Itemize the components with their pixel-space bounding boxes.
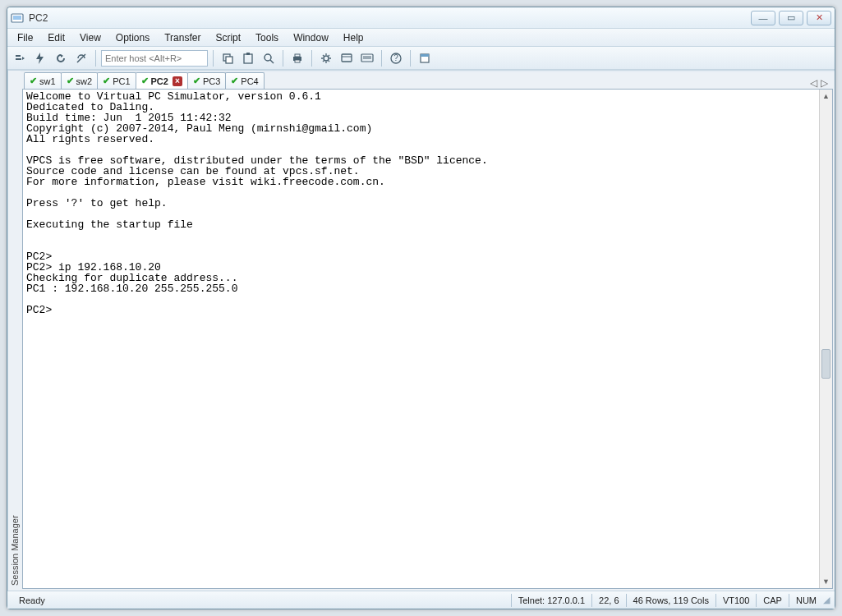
- tab-sw2[interactable]: ✔sw2: [61, 72, 99, 89]
- menu-transfer[interactable]: Transfer: [158, 30, 207, 45]
- tab-scroll-left[interactable]: ◁: [810, 77, 817, 89]
- svg-rect-4: [244, 54, 252, 63]
- app-icon: [11, 11, 24, 25]
- reconnect-icon[interactable]: [52, 49, 70, 67]
- svg-rect-10: [295, 60, 300, 62]
- check-icon: ✔: [141, 76, 149, 86]
- svg-point-6: [265, 54, 271, 61]
- tab-pc4[interactable]: ✔PC4: [225, 72, 264, 89]
- svg-rect-5: [246, 53, 250, 55]
- script-icon[interactable]: [416, 49, 434, 67]
- menu-window[interactable]: Window: [287, 30, 335, 45]
- tab-scroll-right[interactable]: ▷: [821, 77, 828, 89]
- quick-connect-icon[interactable]: [11, 49, 29, 67]
- status-ready: Ready: [12, 595, 52, 605]
- svg-text:?: ?: [393, 53, 398, 62]
- svg-point-11: [324, 56, 329, 61]
- menu-script[interactable]: Script: [209, 30, 247, 45]
- svg-rect-9: [295, 54, 300, 57]
- tab-pc1[interactable]: ✔PC1: [97, 72, 136, 89]
- scroll-thumb[interactable]: [821, 349, 830, 379]
- keyboard-icon[interactable]: [358, 49, 376, 67]
- tab-pc2[interactable]: ✔PC2×: [136, 72, 188, 89]
- close-tab-icon[interactable]: ×: [173, 76, 182, 86]
- settings-icon[interactable]: [317, 49, 335, 67]
- check-icon: ✔: [30, 76, 37, 86]
- svg-rect-3: [226, 57, 232, 63]
- separator: [283, 50, 283, 67]
- session-manager-sidebar[interactable]: Session Manager: [7, 71, 21, 591]
- sessions-icon[interactable]: [338, 49, 356, 67]
- svg-rect-20: [421, 54, 429, 57]
- menu-options[interactable]: Options: [109, 30, 156, 45]
- status-size: 46 Rows, 119 Cols: [627, 595, 715, 605]
- toolbar: ?: [7, 47, 835, 70]
- check-icon: ✔: [67, 76, 74, 86]
- maximize-button[interactable]: ▭: [779, 11, 803, 25]
- terminal[interactable]: Welcome to Virtual PC Simulator, version…: [23, 90, 819, 588]
- find-icon[interactable]: [260, 49, 278, 67]
- status-cap: CAP: [757, 595, 789, 605]
- disconnect-icon[interactable]: [72, 49, 90, 67]
- vertical-scrollbar[interactable]: ▲ ▼: [819, 90, 832, 588]
- svg-rect-1: [13, 16, 21, 20]
- tabs: ✔sw1 ✔sw2 ✔PC1 ✔PC2× ✔PC3 ✔PC4: [24, 72, 264, 89]
- separator: [410, 50, 411, 67]
- menu-file[interactable]: File: [11, 30, 39, 45]
- app-window: PC2 — ▭ ✕ File Edit View Options Transfe…: [7, 7, 835, 609]
- window-controls: — ▭ ✕: [751, 11, 831, 25]
- check-icon: ✔: [231, 76, 238, 86]
- tab-nav: ◁ ▷: [807, 77, 831, 89]
- status-num: NUM: [789, 595, 823, 605]
- menu-help[interactable]: Help: [337, 30, 370, 45]
- window-title: PC2: [29, 12, 751, 24]
- separator: [213, 50, 214, 67]
- minimize-button[interactable]: —: [751, 11, 775, 25]
- paste-icon[interactable]: [239, 49, 257, 67]
- lightning-icon[interactable]: [31, 49, 49, 67]
- resize-grip-icon[interactable]: ◢: [823, 595, 830, 605]
- status-bar: Ready Telnet: 127.0.0.1 22, 6 46 Rows, 1…: [7, 591, 835, 609]
- svg-line-7: [270, 60, 274, 63]
- host-input[interactable]: [101, 50, 208, 67]
- menu-edit[interactable]: Edit: [41, 30, 71, 45]
- tab-bar: ✔sw1 ✔sw2 ✔PC1 ✔PC2× ✔PC3 ✔PC4 ◁ ▷: [21, 71, 835, 89]
- status-term: VT100: [716, 595, 756, 605]
- svg-rect-12: [342, 54, 352, 62]
- status-cursor-pos: 22, 6: [592, 595, 625, 605]
- menu-tools[interactable]: Tools: [249, 30, 285, 45]
- title-bar[interactable]: PC2 — ▭ ✕: [7, 7, 835, 29]
- check-icon: ✔: [193, 76, 200, 86]
- menu-view[interactable]: View: [73, 30, 108, 45]
- scroll-up-arrow-icon[interactable]: ▲: [820, 90, 832, 103]
- scroll-down-arrow-icon[interactable]: ▼: [820, 575, 832, 588]
- status-telnet: Telnet: 127.0.0.1: [512, 595, 591, 605]
- menu-bar: File Edit View Options Transfer Script T…: [7, 29, 835, 47]
- separator: [311, 50, 312, 67]
- help-icon[interactable]: ?: [387, 49, 405, 67]
- tab-sw1[interactable]: ✔sw1: [24, 72, 62, 89]
- close-button[interactable]: ✕: [807, 11, 831, 25]
- check-icon: ✔: [103, 76, 110, 86]
- print-icon[interactable]: [288, 49, 306, 67]
- separator: [381, 50, 382, 67]
- scroll-track[interactable]: [820, 103, 832, 575]
- terminal-wrap: Welcome to Virtual PC Simulator, version…: [22, 89, 833, 589]
- separator: [95, 50, 96, 67]
- tab-pc3[interactable]: ✔PC3: [187, 72, 226, 89]
- copy-icon[interactable]: [219, 49, 237, 67]
